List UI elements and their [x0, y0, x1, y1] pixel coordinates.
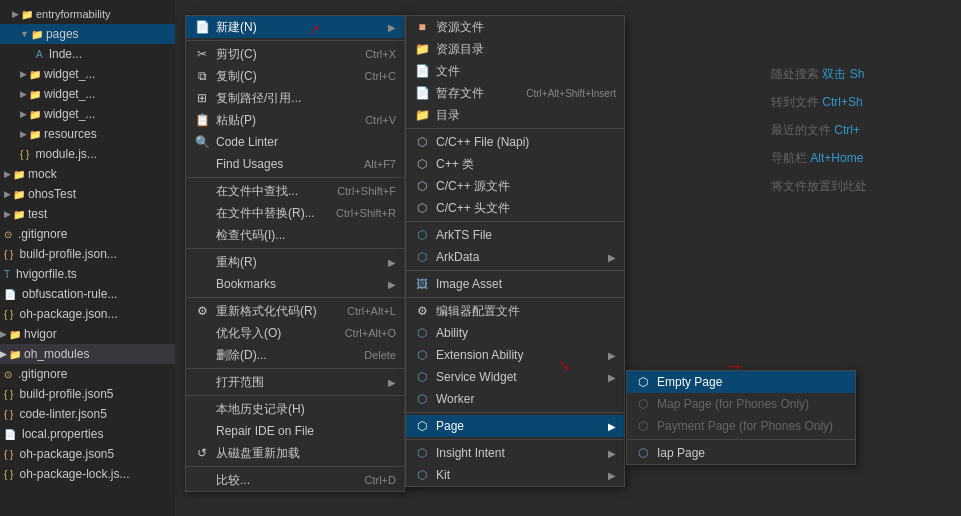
separator [186, 177, 404, 178]
menu-label: 从磁盘重新加载 [216, 445, 300, 462]
menu-item-cpp-header[interactable]: ⬡ C/C++ 头文件 [406, 197, 624, 219]
tree-item-gitignore2[interactable]: ⊙ .gitignore [0, 364, 175, 384]
menu-label: Image Asset [436, 277, 502, 291]
menu-item-findusages[interactable]: Find Usages Alt+F7 [186, 153, 404, 175]
hint-shortcut: Ctrl+Sh [822, 95, 862, 109]
tree-item-test[interactable]: ▶ 📁 test [0, 204, 175, 224]
shortcut-label: Ctrl+D [365, 474, 396, 486]
separator [406, 221, 624, 222]
tree-item-hvigorfile[interactable]: T hvigorfile.ts [0, 264, 175, 284]
menu-item-bookmarks[interactable]: Bookmarks ▶ [186, 273, 404, 295]
menu-item-resource-file[interactable]: ■ 资源文件 [406, 16, 624, 38]
menu-item-arkts[interactable]: ⬡ ArkTS File [406, 224, 624, 246]
context-menu-page: ⬡ Empty Page ⬡ Map Page (for Phones Only… [626, 370, 856, 465]
menu-item-cpp-source[interactable]: ⬡ C/C++ 源文件 [406, 175, 624, 197]
tree-item[interactable]: ▶ 📁 entryformability [0, 4, 175, 24]
submenu-arrow-icon: ▶ [608, 350, 616, 361]
menu-label: 粘贴(P) [216, 112, 256, 129]
menu-label: 打开范围 [216, 374, 264, 391]
menu-label: C/C++ 源文件 [436, 178, 510, 195]
menu-item-optimize-imports[interactable]: 优化导入(O) Ctrl+Alt+O [186, 322, 404, 344]
menu-item-copy-path[interactable]: ⊞ 复制路径/引用... [186, 87, 404, 109]
menu-item-open-scope[interactable]: 打开范围 ▶ [186, 371, 404, 393]
menu-item-directory[interactable]: 📁 目录 [406, 104, 624, 126]
menu-item-map-page[interactable]: ⬡ Map Page (for Phones Only) [627, 393, 855, 415]
menu-item-refactor[interactable]: 重构(R) ▶ [186, 251, 404, 273]
tree-item-ohostest[interactable]: ▶ 📁 ohosTest [0, 184, 175, 204]
reload-icon: ↺ [194, 445, 210, 461]
menu-item-inspect[interactable]: 检查代码(I)... [186, 224, 404, 246]
menu-item-editor-config[interactable]: ⚙ 编辑器配置文件 [406, 300, 624, 322]
tree-item-widget1[interactable]: ▶ 📁 widget_... [0, 64, 175, 84]
submenu-arrow-icon: ▶ [608, 372, 616, 383]
tree-item-ohpackage[interactable]: { } oh-package.json... [0, 304, 175, 324]
tree-item-codelinter[interactable]: { } code-linter.json5 [0, 404, 175, 424]
json-file-icon: { } [20, 149, 29, 160]
menu-item-payment-page[interactable]: ⬡ Payment Page (for Phones Only) [627, 415, 855, 437]
submenu-arrow-icon: ▶ [608, 448, 616, 459]
hint-shortcut: Alt+Home [810, 151, 863, 165]
menu-item-diff[interactable]: 比较... Ctrl+D [186, 469, 404, 491]
menu-item-insight-intent[interactable]: ⬡ Insight Intent ▶ [406, 442, 624, 464]
prop-file-icon: 📄 [4, 429, 16, 440]
menu-item-new[interactable]: 📄 新建(N) ▶ [186, 16, 404, 38]
menu-item-delete[interactable]: 删除(D)... Delete [186, 344, 404, 366]
tree-item-buildprofile2[interactable]: { } build-profile.json5 [0, 384, 175, 404]
tree-item-index[interactable]: A Inde... [0, 44, 175, 64]
cut-icon: ✂ [194, 46, 210, 62]
tree-item-buildprofile[interactable]: { } build-profile.json... [0, 244, 175, 264]
menu-label: 检查代码(I)... [216, 227, 285, 244]
menu-item-empty-page[interactable]: ⬡ Empty Page [627, 371, 855, 393]
menu-item-ability[interactable]: ⬡ Ability [406, 322, 624, 344]
menu-item-resource-dir[interactable]: 📁 资源目录 [406, 38, 624, 60]
tree-item-obfuscation[interactable]: 📄 obfuscation-rule... [0, 284, 175, 304]
editor-config-icon: ⚙ [414, 303, 430, 319]
ts-file-icon: T [4, 269, 10, 280]
menu-item-reload[interactable]: ↺ 从磁盘重新加载 [186, 442, 404, 464]
menu-item-service-widget[interactable]: ⬡ Service Widget ▶ [406, 366, 624, 388]
menu-item-file[interactable]: 📄 文件 [406, 60, 624, 82]
menu-item-copy[interactable]: ⧉ 复制(C) Ctrl+C [186, 65, 404, 87]
shortcut-label: Ctrl+X [365, 48, 396, 60]
menu-item-arkdata[interactable]: ⬡ ArkData ▶ [406, 246, 624, 268]
tree-item-widget3[interactable]: ▶ 📁 widget_... [0, 104, 175, 124]
menu-item-extension-ability[interactable]: ⬡ Extension Ability ▶ [406, 344, 624, 366]
tree-item-oh-modules[interactable]: ▶ 📁 oh_modules [0, 344, 175, 364]
menu-item-worker[interactable]: ⬡ Worker [406, 388, 624, 410]
tree-item-mock[interactable]: ▶ 📁 mock [0, 164, 175, 184]
menu-item-reformat[interactable]: ⚙ 重新格式化代码(R) Ctrl+Alt+L [186, 300, 404, 322]
ts-file-icon: A [36, 49, 43, 60]
menu-item-iap-page[interactable]: ⬡ Iap Page [627, 442, 855, 464]
menu-item-paste[interactable]: 📋 粘贴(P) Ctrl+V [186, 109, 404, 131]
folder-icon: 📁 [29, 69, 41, 80]
arrow-icon: ▶ [12, 9, 19, 19]
tree-item-localprops[interactable]: 📄 local.properties [0, 424, 175, 444]
arrow-icon: ▶ [4, 209, 11, 219]
tree-item-resources[interactable]: ▶ 📁 resources [0, 124, 175, 144]
arrow-icon: ▶ [20, 89, 27, 99]
menu-item-find-in-files[interactable]: 在文件中查找... Ctrl+Shift+F [186, 180, 404, 202]
menu-item-local-history[interactable]: 本地历史记录(H) [186, 398, 404, 420]
tree-item-module[interactable]: { } module.js... [0, 144, 175, 164]
menu-item-replace-in-files[interactable]: 在文件中替换(R)... Ctrl+Shift+R [186, 202, 404, 224]
menu-item-cpp-class[interactable]: ⬡ C++ 类 [406, 153, 624, 175]
cpp-class-icon: ⬡ [414, 156, 430, 172]
tree-item-ohpackage2[interactable]: { } oh-package.json5 [0, 444, 175, 464]
menu-item-scratch[interactable]: 📄 暂存文件 Ctrl+Alt+Shift+Insert [406, 82, 624, 104]
menu-item-cpp-napi[interactable]: ⬡ C/C++ File (Napi) [406, 131, 624, 153]
tree-item-gitignore[interactable]: ⊙ .gitignore [0, 224, 175, 244]
paste-icon: 📋 [194, 112, 210, 128]
submenu-arrow-icon: ▶ [388, 279, 396, 290]
menu-item-repair-ide[interactable]: Repair IDE on File [186, 420, 404, 442]
menu-item-image-asset[interactable]: 🖼 Image Asset [406, 273, 624, 295]
menu-item-codelinter[interactable]: 🔍 Code Linter [186, 131, 404, 153]
menu-item-cut[interactable]: ✂ 剪切(C) Ctrl+X [186, 43, 404, 65]
tree-item-ohpackagelock[interactable]: { } oh-package-lock.js... [0, 464, 175, 484]
menu-item-kit[interactable]: ⬡ Kit ▶ [406, 464, 624, 486]
context-menu-main: 📄 新建(N) ▶ ✂ 剪切(C) Ctrl+X ⧉ 复制(C) Ctrl+C … [185, 15, 405, 492]
tree-label: build-profile.json... [19, 247, 116, 261]
tree-item-widget2[interactable]: ▶ 📁 widget_... [0, 84, 175, 104]
tree-item-hvigor[interactable]: ▶ 📁 hvigor [0, 324, 175, 344]
tree-item-pages[interactable]: ▼ 📁 pages [0, 24, 175, 44]
menu-item-page[interactable]: ⬡ Page ▶ [406, 415, 624, 437]
